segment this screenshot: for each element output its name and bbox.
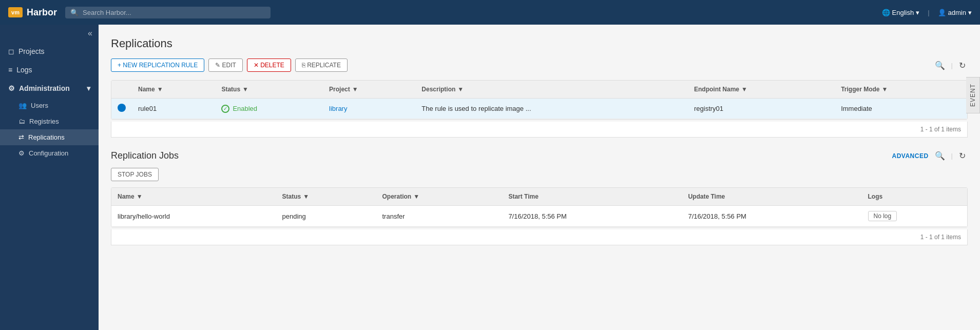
replications-table-header: Name ▼ Status ▼ Project <box>111 81 967 99</box>
jobs-col-status[interactable]: Status ▼ <box>276 188 376 206</box>
col-description[interactable]: Description ▼ <box>415 81 688 99</box>
users-icon: 👥 <box>18 102 27 109</box>
job-update-time-cell: 7/16/2018, 5:56 PM <box>682 206 861 227</box>
sidebar-item-users[interactable]: 👥 Users <box>0 98 99 113</box>
project-link[interactable]: library <box>329 105 347 112</box>
advanced-link[interactable]: ADVANCED <box>892 152 928 160</box>
logs-icon: ≡ <box>8 66 12 74</box>
no-log-button[interactable]: No log <box>868 211 897 221</box>
rule-project-cell[interactable]: library <box>323 99 415 119</box>
table-row[interactable]: rule01 ✓ Enabled library The rul <box>111 99 967 119</box>
sidebar-administration-section[interactable]: ⚙ Administration ▾ <box>0 79 99 98</box>
name-filter-icon: ▼ <box>157 86 163 93</box>
rule-endpoint-cell: registry01 <box>688 99 835 119</box>
replication-jobs-actions: ADVANCED 🔍 | ↻ <box>892 150 968 162</box>
jobs-table-container: Name ▼ Status ▼ Operatio <box>111 187 968 227</box>
jobs-col-update-time[interactable]: Update Time <box>682 188 861 206</box>
projects-icon: ◻ <box>8 47 14 55</box>
replications-table-container: Name ▼ Status ▼ Project <box>111 80 968 120</box>
nav-divider: | <box>928 9 929 16</box>
jobs-col-name[interactable]: Name ▼ <box>111 188 276 206</box>
jobs-col-start-time[interactable]: Start Time <box>502 188 682 206</box>
replications-refresh-button[interactable]: ↻ <box>957 60 968 71</box>
globe-icon: 🌐 <box>882 9 890 16</box>
jobs-table-header: Name ▼ Status ▼ Operatio <box>111 188 967 206</box>
replication-jobs-header: Replication Jobs ADVANCED 🔍 | ↻ <box>111 150 968 162</box>
col-status[interactable]: Status ▼ <box>215 81 323 99</box>
app-logo[interactable]: vm Harbor <box>8 7 57 18</box>
sidebar-item-users-label: Users <box>31 102 48 109</box>
sidebar-item-registries-label: Registries <box>29 118 59 125</box>
jobs-col-logs: Logs <box>862 188 967 206</box>
stop-jobs-button[interactable]: STOP JOBS <box>111 168 159 181</box>
replications-search-button[interactable]: 🔍 <box>933 60 947 71</box>
search-icon: 🔍 <box>70 9 79 16</box>
sidebar-item-replications[interactable]: ⇄ Replications <box>0 129 99 145</box>
job-logs-cell: No log <box>862 206 967 227</box>
delete-button[interactable]: ✕ DELETE <box>247 59 291 72</box>
col-endpoint[interactable]: Endpoint Name ▼ <box>688 81 835 99</box>
project-filter-icon: ▼ <box>352 86 358 93</box>
replications-table-footer: 1 - 1 of 1 items <box>111 122 968 138</box>
delete-label: ✕ DELETE <box>254 62 284 69</box>
edit-button[interactable]: ✎ EDIT <box>208 59 243 72</box>
col-trigger[interactable]: Trigger Mode ▼ <box>835 81 967 99</box>
new-rule-label: + NEW REPLICATION RULE <box>118 62 198 69</box>
jobs-col-operation[interactable]: Operation ▼ <box>376 188 503 206</box>
vm-icon: vm <box>8 7 23 17</box>
language-arrow: ▾ <box>916 9 919 16</box>
app-name: Harbor <box>27 7 57 18</box>
sidebar-item-logs[interactable]: ≡ Logs <box>0 61 99 79</box>
top-navigation: vm Harbor 🔍 🌐 English ▾ | 👤 admin ▾ <box>0 0 980 25</box>
sidebar-item-registries[interactable]: 🗂 Registries <box>0 113 99 129</box>
job-name-cell: library/hello-world <box>111 206 276 227</box>
replicate-label: ⎘ REPLICATE <box>302 62 341 69</box>
sidebar: « ◻ Projects ≡ Logs ⚙ Administration ▾ 👥… <box>0 25 99 330</box>
administration-label: Administration <box>19 84 70 92</box>
configuration-icon: ⚙ <box>18 149 25 157</box>
sidebar-item-configuration[interactable]: ⚙ Configuration <box>0 145 99 161</box>
new-replication-rule-button[interactable]: + NEW REPLICATION RULE <box>111 59 204 72</box>
user-arrow: ▾ <box>968 9 972 16</box>
row-selector-cell <box>111 99 132 119</box>
sidebar-item-logs-label: Logs <box>16 66 32 74</box>
administration-icon: ⚙ <box>8 84 15 92</box>
job-operation-cell: transfer <box>376 206 503 227</box>
event-tab[interactable]: EVENT <box>966 77 980 113</box>
administration-arrow: ▾ <box>87 84 90 92</box>
trigger-filter-icon: ▼ <box>881 86 888 93</box>
job-status-cell: pending <box>276 206 376 227</box>
jobs-status-filter-icon: ▼ <box>303 193 309 200</box>
search-bar[interactable]: 🔍 <box>65 7 271 18</box>
jobs-toolbar: STOP JOBS <box>111 168 968 181</box>
replicate-button[interactable]: ⎘ REPLICATE <box>295 59 348 72</box>
sidebar-item-configuration-label: Configuration <box>29 149 68 157</box>
replication-jobs-title: Replication Jobs <box>111 150 179 161</box>
status-check-icon: ✓ <box>221 105 229 113</box>
jobs-search-button[interactable]: 🔍 <box>933 150 947 162</box>
jobs-refresh-button[interactable]: ↻ <box>957 150 968 162</box>
table-row[interactable]: library/hello-world pending transfer 7/1… <box>111 206 967 227</box>
sidebar-collapse-button[interactable]: « <box>0 25 99 42</box>
page-title: Replications <box>111 37 968 50</box>
language-selector[interactable]: 🌐 English ▾ <box>882 9 920 16</box>
language-label: English <box>892 9 914 16</box>
status-filter-icon: ▼ <box>242 86 248 93</box>
col-name[interactable]: Name ▼ <box>132 81 215 99</box>
sidebar-item-projects[interactable]: ◻ Projects <box>0 42 99 61</box>
collapse-icon: « <box>88 29 92 38</box>
replications-toolbar: + NEW REPLICATION RULE ✎ EDIT ✕ DELETE ⎘… <box>111 59 968 72</box>
col-project[interactable]: Project ▼ <box>323 81 415 99</box>
rule-trigger-cell: Immediate <box>835 99 967 119</box>
rule-status-cell: ✓ Enabled <box>215 99 323 119</box>
description-filter-icon: ▼ <box>457 86 464 93</box>
jobs-table-footer: 1 - 1 of 1 items <box>111 229 968 245</box>
rule-description-cell: The rule is used to replicate image ... <box>415 99 688 119</box>
user-menu[interactable]: 👤 admin ▾ <box>938 9 972 16</box>
user-label: admin <box>948 9 966 16</box>
rule-name-cell: rule01 <box>132 99 215 119</box>
search-input[interactable] <box>83 9 265 16</box>
sidebar-item-projects-label: Projects <box>18 47 45 55</box>
main-layout: « ◻ Projects ≡ Logs ⚙ Administration ▾ 👥… <box>0 25 980 330</box>
replications-icon: ⇄ <box>18 133 24 141</box>
